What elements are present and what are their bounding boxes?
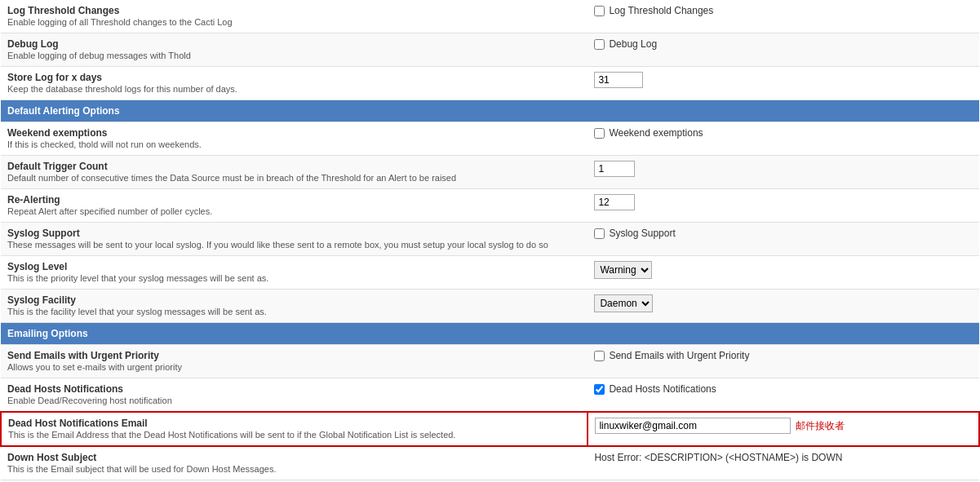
setting-desc-14: This is the Email subject that will be u… [7,464,277,474]
setting-title-2: Store Log for x days [7,72,102,83]
control-col-9: DaemonLocal0Local1User [588,290,979,323]
control-col-14: Host Error: <DESCRIPTION> (<HOSTNAME>) i… [588,446,979,480]
settings-table: Log Threshold ChangesEnable logging of a… [0,0,980,482]
setting-desc-6: Repeat Alert after specified number of p… [7,206,212,216]
setting-title-6: Re-Alerting [7,194,60,206]
setting-desc-12: Enable Dead/Recovering host notification [7,396,172,405]
setting-title-14: Down Host Subject [7,452,96,463]
setting-title-8: Syslog Level [7,261,67,272]
checkbox-label-12[interactable]: Dead Hosts Notifications [594,383,973,395]
setting-desc-0: Enable logging of all Threshold changes … [7,17,233,27]
label-col-2: Store Log for x daysKeep the database th… [1,67,588,100]
label-col-14: Down Host SubjectThis is the Email subje… [1,446,588,480]
setting-desc-4: If this is checked, thold will not run o… [7,139,202,149]
setting-desc-1: Enable logging of debug messages with Th… [7,51,191,60]
control-col-4: Weekend exemptions [588,122,979,156]
setting-title-1: Debug Log [7,38,59,50]
label-col-6: Re-AlertingRepeat Alert after specified … [1,189,588,223]
checkbox-label-1[interactable]: Debug Log [594,38,973,50]
setting-title-7: Syslog Support [7,228,80,239]
setting-title-0: Log Threshold Changes [7,5,119,16]
setting-title-11: Send Emails with Urgent Priority [7,350,159,361]
email-container-13: 邮件接收者 [595,418,972,434]
setting-desc-9: This is the facility level that your sys… [7,307,267,316]
label-col-13: Dead Host Notifications EmailThis is the… [1,412,588,446]
label-col-11: Send Emails with Urgent PriorityAllows y… [1,345,588,378]
label-col-12: Dead Hosts NotificationsEnable Dead/Reco… [1,378,588,413]
section-header-3: Default Alerting Options [1,100,979,122]
setting-title-13: Dead Host Notifications Email [8,418,148,429]
control-col-13: 邮件接收者 [588,412,979,446]
setting-desc-8: This is the priority level that your sys… [7,273,268,283]
label-col-7: Syslog SupportThese messages will be sen… [1,223,588,256]
control-col-0: Log Threshold Changes [588,0,979,33]
setting-title-9: Syslog Facility [7,294,76,306]
control-col-12: Dead Hosts Notifications [588,378,979,413]
checkbox-label-0[interactable]: Log Threshold Changes [594,5,973,16]
checkbox-7[interactable] [594,228,605,239]
setting-desc-2: Keep the database threshold logs for thi… [7,84,237,94]
text-input-5[interactable] [594,161,635,177]
checkbox-11[interactable] [594,351,605,361]
label-col-1: Debug LogEnable logging of debug message… [1,33,588,67]
setting-desc-7: These messages will be sent to your loca… [7,240,548,250]
checkbox-1[interactable] [594,39,605,50]
checkbox-label-7[interactable]: Syslog Support [594,228,973,239]
page-wrapper: Log Threshold ChangesEnable logging of a… [0,0,980,482]
checkbox-12[interactable] [594,384,605,395]
label-col-9: Syslog FacilityThis is the facility leve… [1,290,588,323]
control-col-2 [588,67,979,100]
setting-desc-5: Default number of consecutive times the … [7,173,456,183]
control-col-6 [588,189,979,223]
control-col-8: WarningErrorInfoDebug [588,256,979,290]
label-col-4: Weekend exemptionsIf this is checked, th… [1,122,588,156]
setting-desc-11: Allows you to set e-mails with urgent pr… [7,362,182,372]
control-col-1: Debug Log [588,33,979,67]
label-col-0: Log Threshold ChangesEnable logging of a… [1,0,588,33]
checkbox-label-4[interactable]: Weekend exemptions [594,127,973,139]
setting-desc-13: This is the Email Address that the Dead … [8,430,455,440]
section-header-10: Emailing Options [1,323,979,345]
setting-title-12: Dead Hosts Notifications [7,383,123,395]
control-col-7: Syslog Support [588,223,979,256]
control-col-11: Send Emails with Urgent Priority [588,345,979,378]
label-col-8: Syslog LevelThis is the priority level t… [1,256,588,290]
checkbox-label-11[interactable]: Send Emails with Urgent Priority [594,350,973,361]
label-col-5: Default Trigger CountDefault number of c… [1,156,588,189]
text-input-2[interactable] [594,72,643,88]
control-col-5 [588,156,979,189]
checkbox-4[interactable] [594,128,605,139]
email-input-13[interactable] [595,418,791,434]
select-8[interactable]: WarningErrorInfoDebug [594,261,652,279]
annotation-13: 邮件接收者 [796,419,845,433]
setting-title-4: Weekend exemptions [7,127,107,139]
text-input-6[interactable] [594,194,635,210]
static-text-14: Host Error: <DESCRIPTION> (<HOSTNAME>) i… [594,452,842,463]
setting-title-5: Default Trigger Count [7,161,108,172]
checkbox-0[interactable] [594,6,605,16]
select-9[interactable]: DaemonLocal0Local1User [594,294,653,312]
